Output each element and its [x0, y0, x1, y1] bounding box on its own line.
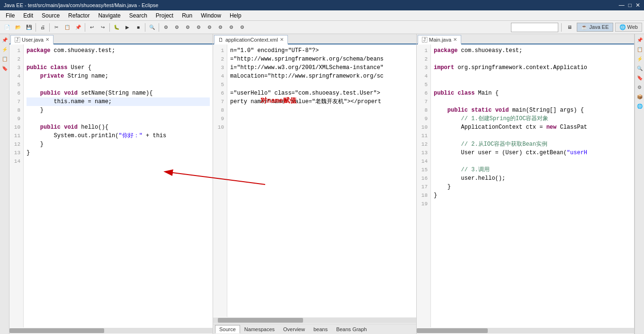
code-line-uj-9: [27, 114, 210, 123]
code-area-main-java[interactable]: package com.shuoeasy.test; import org.sp…: [431, 44, 634, 327]
rs-icon-8[interactable]: 🌐: [636, 102, 644, 110]
code-line-mj-10: ApplicationContext ctx = new ClassPat: [434, 123, 631, 132]
toolbar-sep-4: [109, 23, 110, 32]
code-line-uj-8: }: [27, 106, 210, 114]
tab-bar-main-java: 🇯 Main.java ✕: [417, 34, 634, 44]
code-line-xml-5: [230, 80, 413, 89]
toolbar-new[interactable]: 📄: [2, 22, 12, 33]
bottom-tab-source[interactable]: Source: [215, 325, 240, 334]
toolbar-paste[interactable]: 📌: [73, 22, 83, 33]
xml-ln-1: 1: [213, 46, 227, 55]
menu-project[interactable]: Project: [152, 11, 177, 20]
rs-icon-1[interactable]: 📌: [636, 36, 644, 44]
perspective-java-ee[interactable]: ☕ Java EE: [577, 23, 613, 32]
toolbar-redo[interactable]: ↪: [98, 22, 108, 33]
sidebar-icon-1[interactable]: 📌: [1, 36, 9, 44]
quick-access-input[interactable]: Quick Access: [511, 23, 558, 32]
ln-13: 13: [9, 149, 23, 157]
tab-label-xml: applicationContext.xml: [225, 37, 278, 43]
toolbar-b2[interactable]: ⚙: [171, 22, 182, 33]
menu-navigate[interactable]: Navigate: [94, 11, 124, 20]
hscrollbar-main-java[interactable]: [417, 328, 634, 334]
toolbar-b3[interactable]: ⚙: [182, 22, 193, 33]
sidebar-icon-3[interactable]: 📋: [1, 55, 9, 62]
toolbar-b1[interactable]: ⚙: [161, 22, 171, 33]
rs-icon-2[interactable]: 📋: [636, 45, 644, 53]
bottom-tab-beans[interactable]: beans: [309, 325, 332, 334]
bottom-tab-beans-graph[interactable]: Beans Graph: [332, 325, 371, 334]
rs-icon-3[interactable]: ⚡: [636, 55, 644, 62]
perspective-web[interactable]: 🌐 Web: [615, 23, 642, 32]
tab-xml[interactable]: 🗋 applicationContext.xml ✕: [214, 35, 288, 44]
code-line-uj-4: private String name;: [27, 72, 210, 80]
menu-refactor[interactable]: Refactor: [64, 11, 93, 20]
hscrollbar-xml[interactable]: [213, 317, 416, 323]
close-button[interactable]: ✕: [635, 2, 640, 9]
code-area-user-java[interactable]: package com.shuoeasy.test; public class …: [24, 44, 213, 327]
editor-panel-xml: 🗋 applicationContext.xml ✕ 1 2 3 4 5 6 7: [213, 34, 417, 334]
code-line-mj-9: // 1.创建Spring的IOC容器对象: [434, 114, 631, 123]
toolbar-copy[interactable]: 📋: [62, 22, 72, 33]
editor-content-main-java[interactable]: 1 2 3 4 5 6 7 8 9 10 11 12 13 14: [417, 44, 634, 327]
toolbar-cut[interactable]: ✂: [51, 22, 62, 33]
bottom-tab-namespaces[interactable]: Namespaces: [240, 325, 279, 334]
tab-close-main-java[interactable]: ✕: [453, 37, 457, 42]
menu-help[interactable]: Help: [226, 11, 245, 20]
menu-search[interactable]: Search: [125, 11, 151, 20]
toolbar-b7[interactable]: ⚙: [226, 22, 236, 33]
left-sidebar: 📌 ⚡ 📋 🔖: [0, 34, 9, 334]
minimize-button[interactable]: —: [619, 2, 625, 9]
toolbar-perspective-icon[interactable]: 🖥: [564, 22, 575, 33]
bottom-tab-overview[interactable]: Overview: [279, 325, 309, 334]
toolbar-search[interactable]: 🔍: [147, 22, 157, 33]
rs-icon-4[interactable]: 🔍: [636, 64, 644, 72]
toolbar-stop[interactable]: ■: [133, 22, 143, 33]
sidebar-icon-2[interactable]: ⚡: [1, 45, 9, 53]
ln-14: 14: [9, 157, 23, 166]
code-line-mj-11: [434, 132, 631, 140]
toolbar-undo[interactable]: ↩: [87, 22, 97, 33]
toolbar-b8[interactable]: ⚙: [237, 22, 247, 33]
tab-bar-xml: 🗋 applicationContext.xml ✕: [213, 34, 416, 44]
toolbar-b5[interactable]: ⚙: [204, 22, 215, 33]
code-line-uj-14: [27, 157, 210, 166]
toolbar-print[interactable]: 🖨: [37, 22, 48, 33]
tab-icon-main-java: 🇯: [422, 37, 427, 43]
mj-ln-14: 14: [417, 157, 430, 166]
rs-icon-6[interactable]: ⚙: [636, 83, 644, 91]
toolbar-run[interactable]: ▶: [122, 22, 133, 33]
toolbar-open[interactable]: 📂: [13, 22, 23, 33]
toolbar-b4[interactable]: ⚙: [193, 22, 204, 33]
menu-run[interactable]: Run: [178, 11, 196, 20]
hscrollbar-user-java[interactable]: [9, 328, 213, 334]
toolbar-sep-5: [145, 23, 145, 32]
toolbar-b6[interactable]: ⚙: [215, 22, 225, 33]
editor-content-xml[interactable]: 1 2 3 4 5 6 7 8 9 10 n="1.0" encoding="U…: [213, 44, 416, 317]
hscrollbar-thumb-user-java[interactable]: [9, 328, 104, 333]
code-line-uj-13: }: [27, 149, 210, 157]
xml-ln-10: 10: [213, 123, 227, 132]
menu-window[interactable]: Window: [197, 11, 225, 20]
line-numbers-xml: 1 2 3 4 5 6 7 8 9 10: [213, 44, 227, 317]
ln-5: 5: [9, 80, 23, 89]
sidebar-icon-4[interactable]: 🔖: [1, 64, 9, 72]
menu-edit[interactable]: Edit: [19, 11, 37, 20]
menu-file[interactable]: File: [2, 11, 18, 20]
rs-icon-5[interactable]: 🔖: [636, 74, 644, 81]
xml-ln-8: 8: [213, 106, 227, 114]
rs-icon-7[interactable]: 📦: [636, 93, 644, 100]
tab-user-java[interactable]: 🇯 User.java ✕: [10, 35, 54, 44]
editor-content-user-java[interactable]: 1 2 3 4 5 6 7 8 9 10 11 12 13 14: [9, 44, 213, 327]
mj-ln-11: 11: [417, 132, 430, 140]
tab-close-xml[interactable]: ✕: [280, 37, 284, 42]
tab-main-java[interactable]: 🇯 Main.java ✕: [418, 35, 461, 44]
title-bar-controls[interactable]: — □ ✕: [619, 2, 640, 9]
hscrollbar-thumb-main-java[interactable]: [417, 328, 488, 333]
menu-source[interactable]: Source: [38, 11, 63, 20]
maximize-button[interactable]: □: [628, 2, 632, 9]
toolbar-debug[interactable]: 🐛: [111, 22, 122, 33]
tab-close-user-java[interactable]: ✕: [45, 37, 49, 42]
toolbar-save[interactable]: 💾: [24, 22, 34, 33]
hscrollbar-thumb-xml[interactable]: [218, 318, 303, 323]
code-area-xml[interactable]: n="1.0" encoding="UTF-8"?> ="http://www.…: [227, 44, 416, 317]
